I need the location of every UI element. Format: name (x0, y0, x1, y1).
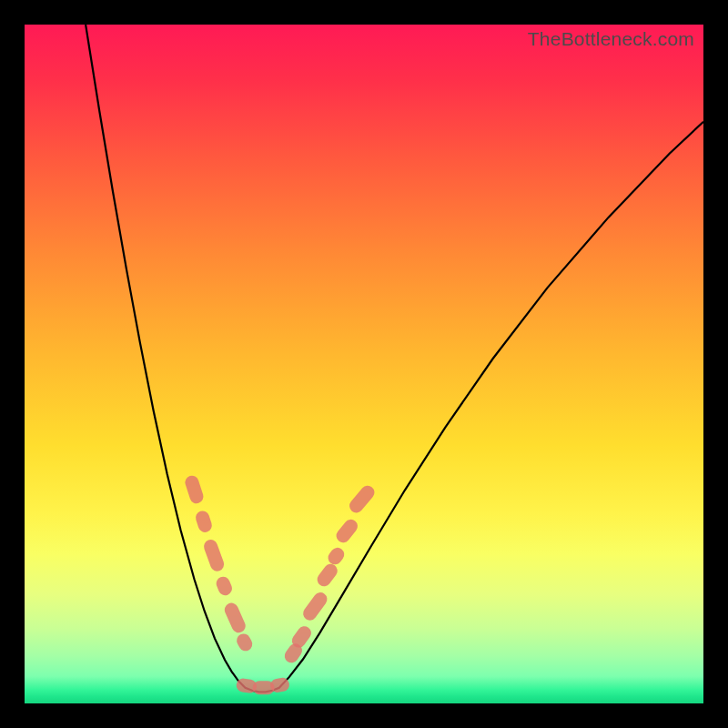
svg-rect-15 (347, 483, 378, 516)
svg-rect-12 (315, 561, 340, 590)
marker-capsule (194, 509, 214, 533)
marker-capsule (326, 545, 348, 568)
marker-capsule (214, 574, 234, 597)
svg-rect-2 (202, 538, 226, 573)
svg-rect-11 (300, 590, 329, 623)
svg-rect-13 (326, 545, 348, 568)
svg-rect-5 (235, 632, 255, 653)
curve-path (86, 25, 703, 692)
plot-area: TheBottleneck.com (25, 25, 703, 703)
marker-capsule (347, 483, 378, 516)
svg-rect-1 (194, 509, 214, 533)
watermark-text: TheBottleneck.com (528, 28, 694, 50)
svg-rect-3 (214, 574, 234, 597)
marker-capsule (300, 590, 329, 623)
svg-rect-0 (184, 474, 206, 505)
curve-layer (25, 25, 703, 703)
marker-capsule (184, 474, 206, 505)
marker-capsule (334, 517, 360, 545)
bottleneck-curve (86, 25, 703, 692)
marker-capsule (315, 561, 340, 590)
marker-capsule (202, 538, 226, 573)
svg-rect-14 (334, 517, 360, 545)
marker-capsule (222, 601, 248, 634)
marker-capsule (235, 632, 255, 653)
outer-frame: TheBottleneck.com (0, 0, 728, 728)
svg-rect-4 (222, 601, 248, 634)
